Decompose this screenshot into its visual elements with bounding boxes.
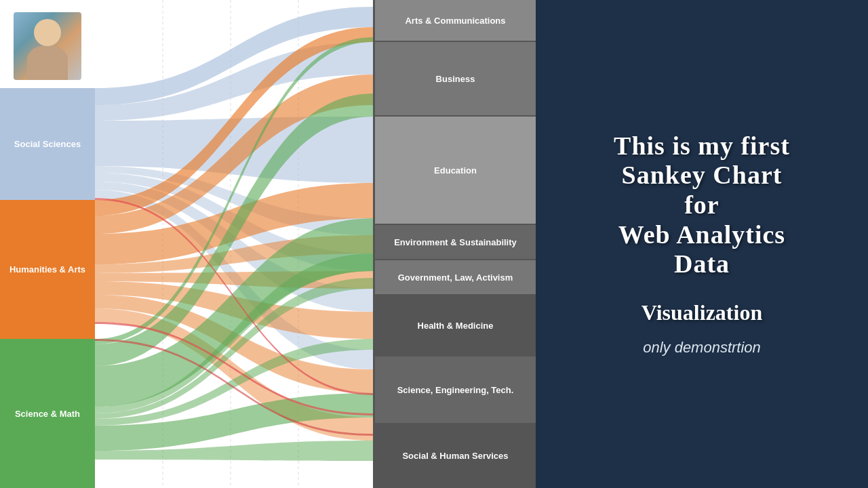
sankey-flow-area xyxy=(95,0,373,488)
target-label-science-engineering: Science, Engineering, Tech. xyxy=(397,385,514,395)
profile-node xyxy=(0,0,95,88)
profile-photo xyxy=(14,12,81,80)
target-label-education: Education xyxy=(434,165,477,176)
target-node-health-medicine: Health & Medicine xyxy=(375,296,536,357)
target-label-business: Business xyxy=(436,74,475,84)
info-subtitle: Visualization xyxy=(642,300,762,325)
target-label-social-human-services: Social & Human Services xyxy=(402,451,508,461)
right-target-panel: Arts & Communications Business Education… xyxy=(373,0,536,488)
target-label-environment: Environment & Sustainability xyxy=(394,237,517,247)
info-demo-text: only demonstrtion xyxy=(643,339,761,357)
target-node-social-human-services: Social & Human Services xyxy=(375,424,536,488)
source-node-humanities-arts: Humanities & Arts xyxy=(0,200,95,339)
source-node-social-sciences: Social Sciences xyxy=(0,88,95,200)
info-title: This is my firstSankey ChartforWeb Analy… xyxy=(614,131,790,279)
source-label-science-math: Science & Math xyxy=(15,409,80,419)
source-node-science-math: Science & Math xyxy=(0,339,95,488)
left-source-panel: Social Sciences Humanities & Arts Scienc… xyxy=(0,0,95,488)
target-node-arts-communications: Arts & Communications xyxy=(375,0,536,42)
target-node-business: Business xyxy=(375,42,536,117)
target-label-government: Government, Law, Activism xyxy=(398,272,513,283)
target-node-environment: Environment & Sustainability xyxy=(375,225,536,260)
source-label-humanities-arts: Humanities & Arts xyxy=(9,264,85,274)
target-node-education: Education xyxy=(375,117,536,225)
target-label-arts-communications: Arts & Communications xyxy=(405,16,505,26)
info-panel: This is my firstSankey ChartforWeb Analy… xyxy=(536,0,868,488)
target-label-health-medicine: Health & Medicine xyxy=(418,321,494,331)
target-node-government: Government, Law, Activism xyxy=(375,260,536,296)
source-label-social-sciences: Social Sciences xyxy=(14,139,81,149)
target-node-science-engineering: Science, Engineering, Tech. xyxy=(375,357,536,424)
